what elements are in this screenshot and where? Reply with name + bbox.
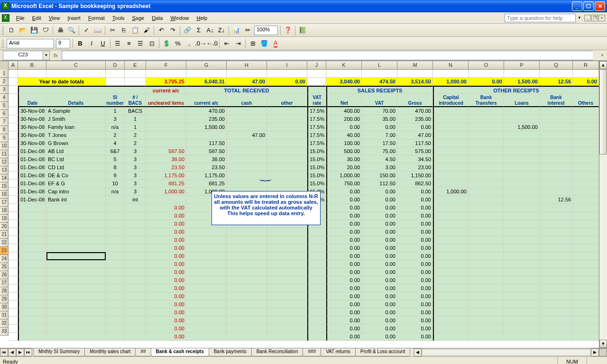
cell[interactable] [504,204,540,212]
decrease-indent-icon[interactable]: ⇤ [221,38,232,49]
cell[interactable]: 1,000.00 [433,188,469,196]
cell[interactable]: 1 [125,115,146,123]
cell[interactable]: 1,175.00 [146,172,186,180]
decrease-decimal-icon[interactable]: ←.0 [207,38,217,49]
cell[interactable] [433,212,469,220]
cell[interactable] [573,188,599,196]
cell[interactable]: 0.00 [146,228,186,236]
cell[interactable] [307,317,326,325]
row-header-15[interactable]: 15 [0,182,9,191]
row-header-26[interactable]: 26 [0,271,9,279]
row-header-29[interactable]: 29 [0,295,9,303]
copy-icon[interactable]: ⎘ [119,25,129,36]
cell[interactable]: 35.00 [362,115,397,123]
name-box[interactable]: C23 [3,51,43,60]
cell[interactable] [106,268,125,276]
cell[interactable]: 0.00 [397,317,433,325]
align-center-icon[interactable]: ≡ [124,38,134,49]
cell[interactable] [504,220,540,228]
cell[interactable] [504,252,540,260]
cell[interactable] [125,268,146,276]
cell-total-K[interactable]: 3,040.00 [326,78,362,86]
cell[interactable] [540,284,573,292]
cell[interactable] [9,70,18,78]
cell[interactable] [18,228,46,236]
cell[interactable]: 0.00 [397,309,433,317]
cell[interactable] [307,325,326,333]
col-header-label[interactable]: other [267,94,307,107]
cell[interactable] [504,188,540,196]
formula-bar-close-icon[interactable]: × [598,53,606,58]
cell[interactable] [18,317,46,325]
cell[interactable] [469,244,504,252]
cell[interactable]: 0.00 [397,188,433,196]
cell[interactable]: 23.00 [397,164,433,172]
align-right-icon[interactable]: ☰ [135,38,146,49]
col-header-L[interactable]: L [362,61,397,69]
cell[interactable]: 0.00 [397,196,433,204]
comma-icon[interactable]: , [184,38,194,49]
col-header-J[interactable]: J [307,61,326,69]
row-header-4[interactable]: 4 [0,94,9,102]
cell[interactable] [46,333,106,341]
cell[interactable]: 2 [125,131,146,139]
menu-edit[interactable]: Edit [28,14,45,22]
cell[interactable] [573,196,599,204]
print-icon[interactable]: 🖶 [55,25,65,36]
cell[interactable] [18,70,46,78]
cell[interactable] [433,220,469,228]
cell[interactable] [146,196,186,204]
cell[interactable]: 0.00 [326,333,362,341]
cell-total-Q[interactable]: 12.56 [540,78,573,86]
cell[interactable] [9,204,18,212]
cell[interactable]: 0.00 [397,252,433,260]
cell[interactable]: 0.00 [397,236,433,244]
cell[interactable] [469,180,504,188]
cell-total-O[interactable]: 0.00 [469,78,504,86]
cell[interactable] [540,228,573,236]
cell[interactable]: 3 [106,115,125,123]
cell[interactable] [18,268,46,276]
cell[interactable]: T Jones [46,131,106,139]
group-header[interactable] [9,86,18,94]
cell[interactable]: 0.00 [326,309,362,317]
cell[interactable] [146,107,186,115]
cell[interactable]: 0.00 [146,284,186,292]
cell[interactable] [186,292,227,300]
cell[interactable] [573,333,599,341]
cell[interactable]: 0.00 [362,252,397,260]
cell[interactable] [9,180,18,188]
cell[interactable] [307,309,326,317]
cell[interactable]: 0.00 [146,317,186,325]
cell[interactable]: DE & Co [46,172,106,180]
cell[interactable] [106,252,125,260]
open-icon[interactable]: 📂 [18,25,28,36]
cell[interactable] [125,204,146,212]
cell[interactable] [540,276,573,284]
menu-file[interactable]: File [12,14,28,22]
cell[interactable]: 0.00 [397,292,433,300]
row-header-21[interactable]: 21 [0,231,9,239]
cell[interactable] [469,228,504,236]
cell[interactable]: 0.00 [326,300,362,309]
cell[interactable]: 7.00 [362,131,397,139]
cell[interactable] [504,325,540,333]
cell[interactable]: 0.00 [146,325,186,333]
cell[interactable] [267,333,307,341]
underline-icon[interactable]: U [98,38,108,49]
cell[interactable] [186,228,227,236]
cell[interactable] [469,276,504,284]
sheet-tab[interactable]: ### [303,348,321,356]
row-header-16[interactable]: 16 [0,191,9,199]
col-header-label[interactable]: VAT [362,94,397,107]
cell[interactable] [504,244,540,252]
row-header-5[interactable]: 5 [0,102,9,110]
cell[interactable]: 100.00 [326,139,362,147]
cell[interactable] [125,212,146,220]
cell[interactable] [106,284,125,292]
cell[interactable] [46,309,106,317]
drawing-icon[interactable]: ✏ [242,25,253,36]
cell[interactable]: 01-Dec-08 [18,147,46,155]
col-header-label[interactable]: Date [18,94,46,107]
row-header-22[interactable]: 22 [0,239,9,247]
